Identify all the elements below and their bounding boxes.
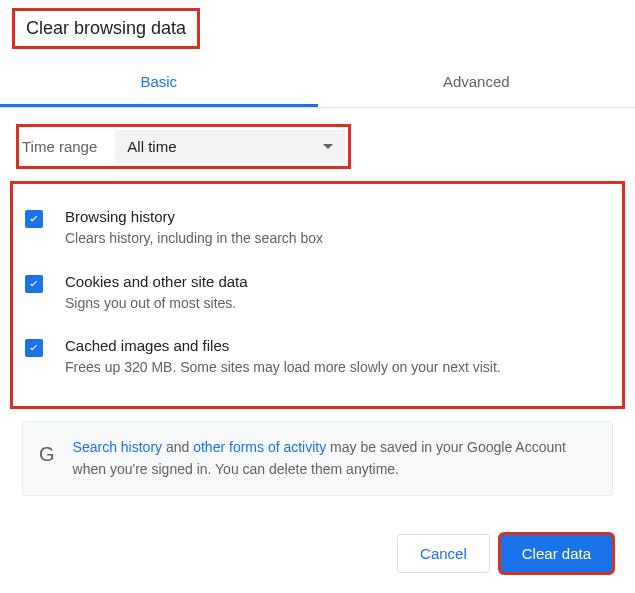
time-range-row: Time range All time: [18, 126, 349, 167]
option-browsing-history: Browsing history Clears history, includi…: [21, 196, 614, 261]
tab-basic[interactable]: Basic: [0, 59, 318, 107]
time-range-value: All time: [127, 138, 176, 155]
check-icon: [27, 341, 41, 355]
option-title: Browsing history: [65, 208, 323, 225]
check-icon: [27, 212, 41, 226]
option-text: Cached images and files Frees up 320 MB.…: [65, 337, 501, 378]
option-title: Cached images and files: [65, 337, 501, 354]
option-desc: Frees up 320 MB. Some sites may load mor…: [65, 358, 501, 378]
info-text: Search history and other forms of activi…: [73, 436, 596, 481]
info-text-mid1: and: [162, 439, 193, 455]
option-cookies: Cookies and other site data Signs you ou…: [21, 261, 614, 326]
clear-data-button[interactable]: Clear data: [500, 534, 613, 573]
cancel-button[interactable]: Cancel: [397, 534, 490, 573]
option-title: Cookies and other site data: [65, 273, 248, 290]
option-desc: Signs you out of most sites.: [65, 294, 248, 314]
option-text: Cookies and other site data Signs you ou…: [65, 273, 248, 314]
dialog-buttons: Cancel Clear data: [397, 534, 613, 573]
time-range-label: Time range: [22, 138, 97, 155]
checkbox-browsing-history[interactable]: [25, 210, 43, 228]
option-desc: Clears history, including in the search …: [65, 229, 323, 249]
link-other-activity[interactable]: other forms of activity: [193, 439, 326, 455]
tab-advanced[interactable]: Advanced: [318, 59, 636, 107]
options-group: Browsing history Clears history, includi…: [10, 181, 625, 409]
checkbox-cached[interactable]: [25, 339, 43, 357]
dialog-title: Clear browsing data: [14, 10, 198, 47]
link-search-history[interactable]: Search history: [73, 439, 162, 455]
time-range-select[interactable]: All time: [115, 130, 345, 163]
google-logo-icon: G: [39, 438, 55, 470]
option-text: Browsing history Clears history, includi…: [65, 208, 323, 249]
info-box: G Search history and other forms of acti…: [22, 421, 613, 496]
checkbox-cookies[interactable]: [25, 275, 43, 293]
chevron-down-icon: [323, 144, 333, 149]
tab-bar: Basic Advanced: [0, 59, 635, 108]
option-cached: Cached images and files Frees up 320 MB.…: [21, 325, 614, 390]
check-icon: [27, 277, 41, 291]
